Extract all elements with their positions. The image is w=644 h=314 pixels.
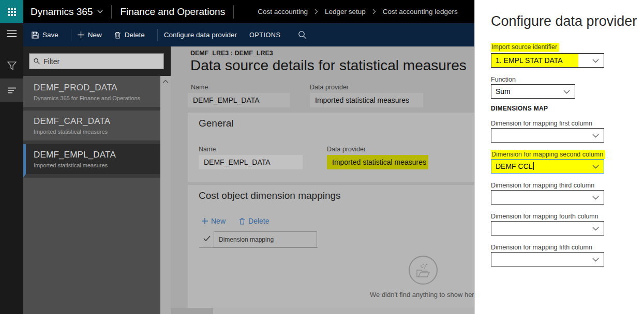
delete-label: Delete [125, 31, 145, 39]
check-icon [203, 236, 211, 241]
breadcrumb-page[interactable]: Cost accounting ledgers [383, 8, 458, 15]
select-all-checkmark[interactable] [203, 236, 211, 241]
general-provider-field-highlighted[interactable]: Imported statistical measures [327, 155, 428, 169]
list-item-subtitle: Imported statistical measures [34, 162, 160, 168]
divider [157, 29, 158, 41]
save-button[interactable]: Save [32, 31, 58, 39]
breadcrumb: Cost accounting Ledger setup Cost accoun… [258, 8, 457, 15]
chevron-down-icon [592, 59, 599, 63]
horizontal-scrollbar-thumb[interactable] [171, 308, 213, 314]
save-label: Save [42, 31, 58, 39]
trash-icon [114, 32, 121, 39]
record-list-pane: DEMF_PROD_DATA Dynamics 365 for Finance … [23, 46, 171, 314]
function-label: Function [491, 76, 516, 83]
grid-delete-button[interactable]: Delete [239, 217, 269, 225]
page-title: Data source details for statistical meas… [190, 57, 467, 74]
configure-label: Configure data provider [164, 31, 237, 39]
list-item-selected[interactable]: DEMF_EMPL_DATA Imported statistical meas… [23, 144, 160, 178]
command-bar: Save New Delete Configure data provider … [23, 23, 474, 46]
list-scrollbar[interactable] [160, 76, 171, 314]
general-name-label: Name [199, 146, 216, 153]
grid-new-button[interactable]: New [202, 217, 226, 225]
options-label: OPTIONS [249, 32, 280, 39]
dimension-third-value [491, 191, 496, 204]
app-name[interactable]: Finance and Operations [120, 6, 225, 18]
filter-pane-button[interactable] [0, 61, 23, 70]
general-section: General Name DEMF_EMPL_DATA Data provide… [188, 113, 474, 182]
new-button[interactable]: New [78, 31, 102, 39]
dimension-fifth-label: Dimension for mapping fifth column [491, 244, 592, 251]
chevron-down-icon [592, 258, 599, 262]
filter-input[interactable] [43, 57, 159, 66]
filter-box [29, 53, 164, 69]
configure-data-provider-panel: Configure data provider Import source id… [474, 0, 644, 314]
chevron-down-icon [592, 196, 599, 200]
empty-state: We didn't find anything to show here. [370, 256, 474, 299]
chevron-up-icon [162, 80, 169, 84]
delete-button[interactable]: Delete [114, 31, 145, 39]
empty-state-message: We didn't find anything to show here. [370, 291, 474, 299]
dimensions-map-section-title: DIMENSIONS MAP [491, 105, 548, 112]
empty-folder-icon [409, 256, 438, 285]
record-list: DEMF_PROD_DATA Dynamics 365 for Finance … [23, 76, 171, 314]
product-menu[interactable]: Dynamics 365 [31, 6, 103, 18]
header-name-label: Name [191, 84, 208, 91]
save-icon [32, 32, 39, 39]
hamburger-icon [7, 30, 17, 37]
chevron-down-icon [97, 10, 103, 13]
chevron-down-icon [563, 90, 570, 94]
trash-icon [239, 218, 245, 225]
dimension-fourth-label: Dimension for mapping fourth column [491, 213, 598, 220]
general-provider-label: Data provider [327, 146, 366, 153]
search-icon [34, 58, 40, 65]
text-cursor [533, 162, 534, 170]
dimension-second-value: DEMF CCL [491, 160, 534, 173]
chevron-right-icon [314, 9, 318, 14]
list-item-subtitle: Imported statistical measures [34, 129, 160, 135]
configure-data-provider-button[interactable]: Configure data provider [164, 31, 237, 39]
grid-new-label: New [211, 217, 226, 225]
dimension-fifth-dropdown[interactable] [491, 252, 604, 266]
function-dropdown[interactable]: Sum [491, 84, 575, 99]
dimension-fourth-dropdown[interactable] [491, 221, 604, 236]
import-source-dropdown[interactable]: 1. EMPL STAT DATA [491, 53, 604, 68]
import-source-value: 1. EMPL STAT DATA [491, 54, 578, 67]
function-value: Sum [491, 85, 511, 98]
options-menu-button[interactable]: OPTIONS [249, 32, 280, 39]
list-item[interactable]: DEMF_CAR_DATA Imported statistical measu… [23, 111, 160, 144]
list-item[interactable]: DEMF_PROD_DATA Dynamics 365 for Finance … [23, 77, 160, 111]
main-content: DEMF_LRE3 : DEMF_LRE3 Data source detail… [171, 46, 474, 314]
grid-header-rule [199, 247, 318, 248]
dimension-first-dropdown[interactable] [491, 128, 604, 143]
plus-icon [202, 218, 208, 224]
breadcrumb-module[interactable]: Cost accounting [258, 8, 308, 15]
list-lines-icon [8, 87, 16, 93]
plus-icon [78, 32, 84, 38]
horizontal-scrollbar[interactable] [171, 308, 474, 314]
list-pane-button[interactable] [0, 78, 23, 102]
mappings-section-title[interactable]: Cost object dimension mappings [199, 190, 341, 201]
new-label: New [88, 31, 102, 39]
navigation-rail [0, 23, 23, 314]
funnel-icon [7, 61, 17, 70]
app-launcher-button[interactable] [0, 0, 23, 23]
general-name-field[interactable]: DEMF_EMPL_DATA [199, 155, 303, 169]
search-button[interactable] [298, 30, 307, 39]
record-id: DEMF_LRE3 : DEMF_LRE3 [190, 50, 273, 57]
chevron-down-icon [592, 227, 599, 231]
grid-column-header[interactable]: Dimension mapping [214, 231, 317, 247]
import-source-label-highlighted: Import source identifier [491, 43, 559, 52]
general-section-title[interactable]: General [199, 118, 234, 129]
header-provider-field[interactable]: Imported statistical measures [310, 93, 423, 107]
dimension-second-dropdown-focused[interactable]: DEMF CCL [491, 159, 604, 174]
expand-navigation-button[interactable] [0, 30, 23, 37]
breadcrumb-group[interactable]: Ledger setup [325, 8, 366, 15]
header-provider-label: Data provider [310, 84, 349, 91]
list-item-title: DEMF_CAR_DATA [34, 116, 160, 127]
header-name-field[interactable]: DEMF_EMPL_DATA [188, 93, 290, 107]
panel-title: Configure data provider [491, 13, 637, 29]
dimension-third-dropdown[interactable] [491, 190, 604, 205]
divider [71, 29, 71, 41]
chevron-down-icon [592, 134, 599, 138]
dimension-first-value [491, 129, 496, 142]
